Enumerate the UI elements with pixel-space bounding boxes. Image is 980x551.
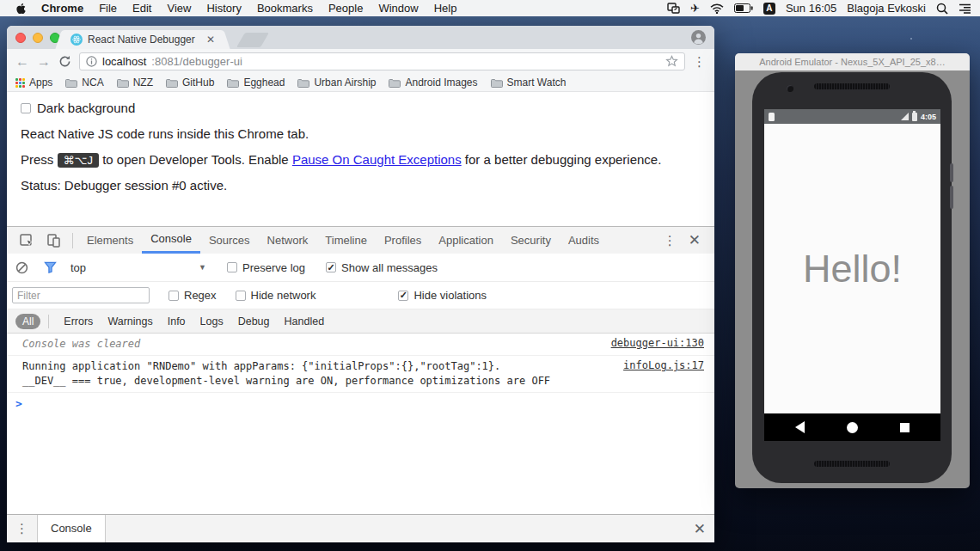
window-close-button[interactable]: [15, 33, 26, 43]
level-debug[interactable]: Debug: [238, 315, 270, 328]
bookmark-label: NCA: [82, 77, 103, 89]
menu-clock[interactable]: Sun 16:05: [786, 2, 836, 15]
chrome-menu-icon[interactable]: ⋮: [693, 54, 706, 70]
level-errors[interactable]: Errors: [64, 315, 93, 328]
devtools-tab-network[interactable]: Network: [259, 227, 317, 254]
devtools-close-icon[interactable]: ✕: [689, 233, 701, 248]
bookmark-apps[interactable]: Apps: [15, 77, 52, 89]
new-tab-button[interactable]: [236, 33, 269, 47]
devtools-tab-console[interactable]: Console: [142, 227, 200, 254]
reload-icon[interactable]: [58, 55, 71, 68]
bookmark-star-icon[interactable]: [665, 55, 678, 68]
console-prompt[interactable]: >: [7, 393, 714, 413]
hide-network-checkbox[interactable]: [236, 291, 246, 301]
menu-history[interactable]: History: [199, 2, 248, 15]
devtools-tab-security[interactable]: Security: [502, 227, 560, 254]
drawer-tab-console[interactable]: Console: [37, 515, 106, 542]
devtools-tab-sources[interactable]: Sources: [200, 227, 259, 254]
battery-icon[interactable]: [734, 3, 753, 13]
level-info[interactable]: Info: [168, 315, 186, 328]
hide-violations-checkbox[interactable]: [398, 291, 408, 301]
menu-view[interactable]: View: [159, 2, 199, 15]
devtools-tab-profiles[interactable]: Profiles: [376, 227, 430, 254]
clear-console-icon[interactable]: [15, 261, 28, 274]
bookmark-folder-urban-airship[interactable]: Urban Airship: [297, 77, 376, 89]
address-bar[interactable]: localhost:8081/debugger-ui: [79, 52, 685, 70]
devtools-tab-audits[interactable]: Audits: [560, 227, 608, 254]
menu-help[interactable]: Help: [426, 2, 465, 15]
regex-control[interactable]: Regex: [168, 289, 217, 302]
input-source-icon[interactable]: A: [763, 3, 775, 15]
browser-tab[interactable]: React Native Debugger ✕: [64, 30, 222, 49]
menu-app-name[interactable]: Chrome: [34, 2, 91, 15]
bookmark-folder-smart-watch[interactable]: Smart Watch: [491, 77, 567, 89]
devtools-tab-timeline[interactable]: Timeline: [316, 227, 376, 254]
page-content: Dark background React Native JS code run…: [7, 92, 714, 226]
wifi-icon[interactable]: [710, 3, 724, 14]
filter-input[interactable]: [12, 287, 150, 303]
emulator-title-bar[interactable]: Android Emulator - Nexus_5X_API_25_x8…: [735, 53, 970, 70]
bookmark-folder-nzz[interactable]: NZZ: [117, 77, 153, 89]
level-logs[interactable]: Logs: [200, 315, 224, 328]
prompt-chevron-icon: >: [15, 397, 22, 410]
bookmark-folder-nca[interactable]: NCA: [65, 77, 103, 89]
message-source-link[interactable]: infoLog.js:17: [623, 359, 704, 371]
level-handled[interactable]: Handled: [285, 315, 325, 328]
show-all-messages-checkbox[interactable]: [326, 262, 336, 272]
context-value: top: [70, 261, 86, 274]
window-minimize-button[interactable]: [33, 33, 43, 43]
home-nav-icon[interactable]: [847, 422, 858, 433]
regex-checkbox[interactable]: [168, 291, 179, 301]
filter-funnel-icon[interactable]: [44, 261, 57, 273]
airplane-icon[interactable]: ✈: [690, 2, 700, 15]
inspect-element-icon[interactable]: [20, 234, 34, 248]
menu-user-name[interactable]: Blagoja Evkoski: [847, 2, 926, 15]
profile-avatar-icon[interactable]: [691, 30, 706, 45]
page-info-icon[interactable]: [86, 56, 97, 67]
dark-background-checkbox[interactable]: [21, 103, 31, 113]
hide-network-control[interactable]: Hide network: [236, 289, 316, 302]
menu-window[interactable]: Window: [371, 2, 426, 15]
back-nav-icon[interactable]: [795, 421, 805, 433]
bookmark-label: GitHub: [182, 77, 214, 89]
show-all-messages-control[interactable]: Show all messages: [326, 261, 438, 274]
console-message-cleared: Console was cleared debugger-ui:130: [7, 334, 714, 356]
devtools-tab-elements[interactable]: Elements: [78, 227, 142, 254]
back-icon[interactable]: ←: [15, 55, 29, 69]
menu-file[interactable]: File: [91, 2, 125, 15]
notification-icon: [769, 113, 775, 121]
recents-nav-icon[interactable]: [900, 423, 910, 432]
menu-edit[interactable]: Edit: [125, 2, 159, 15]
preserve-log-control[interactable]: Preserve log: [227, 261, 305, 274]
tab-close-icon[interactable]: ✕: [206, 34, 215, 46]
level-warnings[interactable]: Warnings: [107, 315, 152, 328]
forward-icon[interactable]: →: [37, 55, 51, 69]
drawer-menu-icon[interactable]: ⋮: [15, 521, 28, 536]
menu-bookmarks[interactable]: Bookmarks: [249, 2, 321, 15]
hide-violations-control[interactable]: Hide violations: [398, 289, 487, 302]
execution-context-selector[interactable]: top ▼: [70, 261, 206, 274]
drawer-close-icon[interactable]: ✕: [694, 522, 706, 536]
power-button: [950, 163, 953, 182]
phone-bezel: 4:05 Hello!: [752, 72, 952, 483]
bookmark-folder-github[interactable]: GitHub: [166, 77, 214, 89]
regex-label: Regex: [184, 289, 217, 302]
notification-center-icon[interactable]: [959, 3, 971, 14]
menu-people[interactable]: People: [321, 2, 371, 15]
pause-exceptions-link[interactable]: Pause On Caught Exceptions: [292, 152, 462, 167]
bookmark-folder-egghead[interactable]: Egghead: [227, 77, 285, 89]
console-message-running-app: Running application "RNDemo" with appPar…: [7, 356, 714, 393]
apps-grid-icon: [15, 78, 25, 88]
preserve-log-checkbox[interactable]: [227, 262, 237, 272]
screen-mirroring-icon[interactable]: [667, 3, 680, 14]
devtools-menu-icon[interactable]: ⋮: [664, 233, 677, 248]
folder-icon: [117, 78, 129, 88]
devtools-tab-application[interactable]: Application: [430, 227, 502, 254]
spotlight-search-icon[interactable]: [936, 3, 948, 15]
apple-icon[interactable]: [15, 3, 27, 15]
bookmark-folder-android-images[interactable]: Android Images: [389, 77, 477, 89]
message-source-link[interactable]: debugger-ui:130: [611, 337, 704, 349]
intro-text: React Native JS code runs inside this Ch…: [21, 126, 714, 141]
level-all[interactable]: All: [15, 314, 40, 329]
device-toolbar-icon[interactable]: [46, 234, 61, 248]
